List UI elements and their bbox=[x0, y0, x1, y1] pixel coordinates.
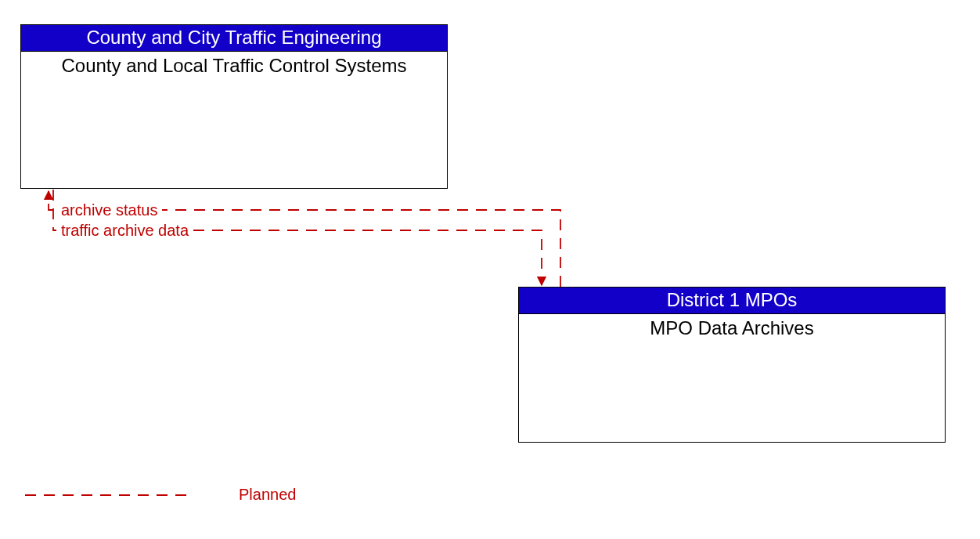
node-header: County and City Traffic Engineering bbox=[21, 25, 447, 52]
legend-label-planned: Planned bbox=[239, 486, 296, 504]
flow-label-archive-status: archive status bbox=[61, 201, 157, 219]
node-county-traffic-engineering: County and City Traffic Engineering Coun… bbox=[20, 24, 448, 189]
diagram-canvas: County and City Traffic Engineering Coun… bbox=[0, 0, 980, 539]
node-district-1-mpos: District 1 MPOs MPO Data Archives bbox=[518, 287, 946, 443]
node-header: District 1 MPOs bbox=[519, 288, 945, 314]
flow-label-traffic-archive-data: traffic archive data bbox=[61, 222, 189, 240]
node-body: MPO Data Archives bbox=[519, 314, 945, 339]
node-body: County and Local Traffic Control Systems bbox=[21, 52, 447, 77]
